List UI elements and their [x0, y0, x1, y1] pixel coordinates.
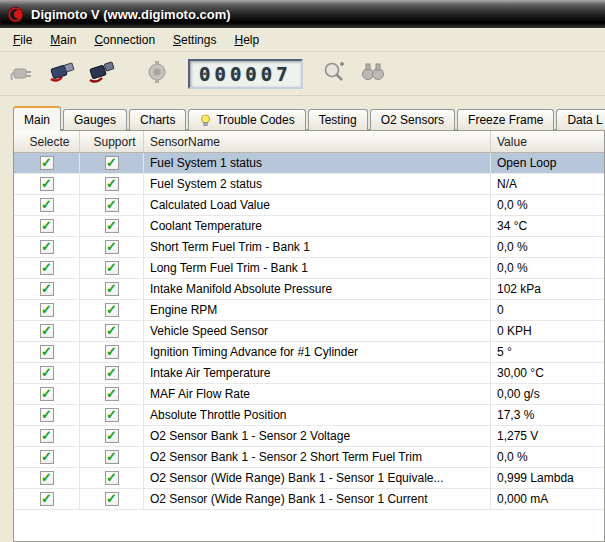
tab-o2-sensors[interactable]: O2 Sensors	[370, 109, 455, 130]
check-icon: ✓	[41, 387, 52, 400]
header-sensorname[interactable]: SensorName	[144, 131, 491, 152]
tab-gauges[interactable]: Gauges	[63, 109, 127, 130]
app-icon[interactable]	[7, 6, 24, 23]
menu-settings[interactable]: Settings	[164, 28, 225, 51]
sensor-row[interactable]: ✓✓Long Term Fuel Trim - Bank 10,0 %	[14, 258, 604, 279]
selected-checkbox[interactable]: ✓	[40, 429, 54, 443]
support-checkbox[interactable]: ✓	[105, 177, 119, 191]
selected-checkbox[interactable]: ✓	[40, 366, 54, 380]
sensor-row[interactable]: ✓✓Short Term Fuel Trim - Bank 10,0 %	[14, 237, 604, 258]
selected-checkbox[interactable]: ✓	[40, 198, 54, 212]
tab-freeze-frame[interactable]: Freeze Frame	[457, 109, 554, 130]
sensor-row[interactable]: ✓✓Intake Manifold Absolute Pressure102 k…	[14, 279, 604, 300]
support-checkbox[interactable]: ✓	[105, 282, 119, 296]
sensor-row[interactable]: ✓✓Ignition Timing Advance for #1 Cylinde…	[14, 342, 604, 363]
header-support[interactable]: Support	[80, 131, 144, 152]
titlebar[interactable]: Digimoto V (www.digimoto.com)	[0, 0, 605, 28]
zoom-plus-button[interactable]	[316, 56, 352, 92]
selected-cell: ✓	[14, 279, 80, 299]
support-checkbox[interactable]: ✓	[105, 324, 119, 338]
support-checkbox[interactable]: ✓	[105, 261, 119, 275]
tab-main[interactable]: Main	[13, 106, 61, 131]
selected-checkbox[interactable]: ✓	[40, 282, 54, 296]
sensor-row[interactable]: ✓✓Absolute Throttle Position17,3 %	[14, 405, 604, 426]
selected-checkbox[interactable]: ✓	[40, 261, 54, 275]
sensor-value: N/A	[491, 174, 604, 194]
sensor-name: O2 Sensor (Wide Range) Bank 1 - Sensor 1…	[144, 468, 491, 488]
menu-main[interactable]: Main	[41, 28, 85, 51]
plug-button[interactable]	[5, 56, 41, 92]
support-cell: ✓	[80, 279, 144, 299]
sensor-row[interactable]: ✓✓O2 Sensor (Wide Range) Bank 1 - Sensor…	[14, 489, 604, 510]
sensor-row[interactable]: ✓✓Calculated Load Value0,0 %	[14, 195, 604, 216]
disconnect-button[interactable]	[83, 56, 119, 92]
tab-label: Testing	[319, 113, 357, 127]
sensor-row[interactable]: ✓✓MAF Air Flow Rate0,00 g/s	[14, 384, 604, 405]
binoculars-icon	[360, 60, 386, 87]
sensor-value: 34 °C	[491, 216, 604, 236]
check-icon: ✓	[41, 450, 52, 463]
selected-checkbox[interactable]: ✓	[40, 324, 54, 338]
sensor-row[interactable]: ✓✓Fuel System 2 statusN/A	[14, 174, 604, 195]
menu-file[interactable]: File	[4, 28, 41, 51]
support-checkbox[interactable]: ✓	[105, 471, 119, 485]
selected-checkbox[interactable]: ✓	[40, 240, 54, 254]
selected-checkbox[interactable]: ✓	[40, 345, 54, 359]
selected-checkbox[interactable]: ✓	[40, 156, 54, 170]
support-checkbox[interactable]: ✓	[105, 303, 119, 317]
check-icon: ✓	[41, 240, 52, 253]
selected-cell: ✓	[14, 468, 80, 488]
sensor-row[interactable]: ✓✓Vehicle Speed Sensor0 KPH	[14, 321, 604, 342]
support-checkbox[interactable]: ✓	[105, 408, 119, 422]
support-checkbox[interactable]: ✓	[105, 345, 119, 359]
support-cell: ✓	[80, 321, 144, 341]
menu-help[interactable]: Help	[225, 28, 268, 51]
header-selected[interactable]: Selecte	[14, 131, 80, 152]
selected-checkbox[interactable]: ✓	[40, 492, 54, 506]
connect-button[interactable]	[44, 56, 80, 92]
support-checkbox[interactable]: ✓	[105, 450, 119, 464]
sensor-row[interactable]: ✓✓O2 Sensor (Wide Range) Bank 1 - Sensor…	[14, 468, 604, 489]
toolbar: 000007	[0, 52, 605, 96]
support-checkbox[interactable]: ✓	[105, 219, 119, 233]
support-checkbox[interactable]: ✓	[105, 198, 119, 212]
support-checkbox[interactable]: ✓	[105, 366, 119, 380]
binoculars-button[interactable]	[355, 56, 391, 92]
support-checkbox[interactable]: ✓	[105, 240, 119, 254]
selected-checkbox[interactable]: ✓	[40, 408, 54, 422]
support-checkbox[interactable]: ✓	[105, 156, 119, 170]
tab-trouble-codes[interactable]: Trouble Codes	[188, 109, 305, 130]
selected-checkbox[interactable]: ✓	[40, 450, 54, 464]
selected-checkbox[interactable]: ✓	[40, 177, 54, 191]
sensor-name: Intake Manifold Absolute Pressure	[144, 279, 491, 299]
selected-checkbox[interactable]: ✓	[40, 303, 54, 317]
support-checkbox[interactable]: ✓	[105, 492, 119, 506]
sensor-name: Fuel System 2 status	[144, 174, 491, 194]
tab-charts[interactable]: Charts	[129, 109, 186, 130]
sensor-row[interactable]: ✓✓Coolant Temperature34 °C	[14, 216, 604, 237]
check-icon: ✓	[41, 282, 52, 295]
header-value[interactable]: Value	[491, 131, 604, 152]
support-cell: ✓	[80, 258, 144, 278]
sensor-row[interactable]: ✓✓Engine RPM0	[14, 300, 604, 321]
selected-cell: ✓	[14, 174, 80, 194]
check-icon: ✓	[106, 387, 117, 400]
support-cell: ✓	[80, 426, 144, 446]
sensor-row[interactable]: ✓✓Intake Air Temperature30,00 °C	[14, 363, 604, 384]
tab-label: Data L	[567, 113, 602, 127]
sensor-row[interactable]: ✓✓Fuel System 1 statusOpen Loop	[14, 153, 604, 174]
check-icon: ✓	[106, 345, 117, 358]
sensor-row[interactable]: ✓✓O2 Sensor Bank 1 - Sensor 2 Short Term…	[14, 447, 604, 468]
device-button[interactable]	[139, 56, 175, 92]
support-checkbox[interactable]: ✓	[105, 429, 119, 443]
selected-checkbox[interactable]: ✓	[40, 471, 54, 485]
support-checkbox[interactable]: ✓	[105, 387, 119, 401]
tab-testing[interactable]: Testing	[308, 109, 368, 130]
sensor-row[interactable]: ✓✓O2 Sensor Bank 1 - Sensor 2 Voltage1,2…	[14, 426, 604, 447]
check-icon: ✓	[106, 303, 117, 316]
selected-checkbox[interactable]: ✓	[40, 219, 54, 233]
tab-data-l[interactable]: Data L	[556, 109, 605, 130]
selected-cell: ✓	[14, 195, 80, 215]
menu-connection[interactable]: Connection	[85, 28, 164, 51]
selected-checkbox[interactable]: ✓	[40, 387, 54, 401]
